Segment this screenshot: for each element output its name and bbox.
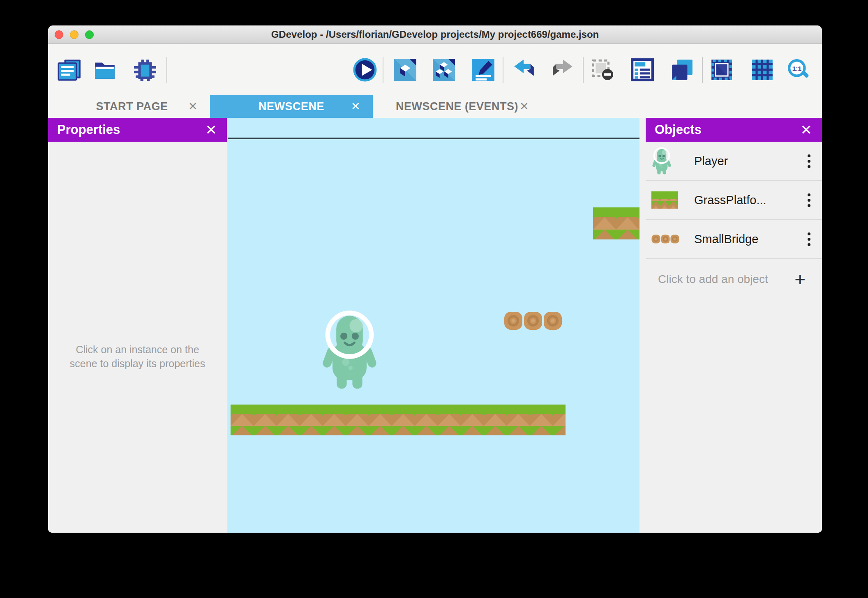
add-object-label[interactable]: Click to add an object (658, 273, 794, 286)
mask-icon (710, 58, 734, 82)
tab-newscene-events[interactable]: NEWSCENE (EVENTS) ✕ (373, 95, 541, 118)
grass-platform-instance-bottom[interactable] (231, 405, 566, 435)
close-window-button[interactable] (55, 30, 63, 39)
instances-list-icon (630, 58, 654, 82)
properties-panel-title: Properties (57, 122, 120, 137)
zoom-level-text: 1:1 (792, 65, 802, 72)
toolbar-separator (583, 57, 584, 83)
tab-label: NEWSCENE (259, 100, 324, 113)
object-name: Player (691, 154, 796, 168)
object-name: GrassPlatfo... (691, 193, 796, 207)
object-menu-kebab-icon[interactable] (796, 154, 822, 168)
object-menu-kebab-icon[interactable] (796, 193, 822, 207)
properties-hint: Click on an instance on the scene to dis… (62, 343, 214, 371)
log-sprite (504, 311, 523, 330)
object-row-player[interactable]: Player (646, 142, 822, 181)
mask-window-button[interactable] (710, 58, 734, 82)
close-icon[interactable]: ✕ (801, 123, 813, 137)
edit-pencil-icon (471, 58, 495, 82)
tab-close-icon[interactable]: ✕ (351, 101, 360, 112)
tab-bar: START PAGE ✕ NEWSCENE ✕ NEWSCENE (EVENTS… (48, 95, 822, 118)
window-title: GDevelop - /Users/florian/GDevelop proje… (271, 29, 599, 40)
undo-icon (512, 58, 536, 82)
play-icon (353, 58, 377, 82)
zoom-window-button[interactable] (85, 30, 94, 39)
log-thumb-icon (670, 235, 679, 244)
tab-close-icon[interactable]: ✕ (519, 101, 529, 112)
scene-window-border (228, 138, 639, 139)
player-thumbnail (651, 147, 691, 175)
titlebar: GDevelop - /Users/florian/GDevelop proje… (48, 25, 822, 44)
grass-platform-sprite (593, 207, 639, 239)
player-thumb-icon (651, 147, 672, 175)
properties-panel-header: Properties ✕ (48, 118, 227, 142)
grid-button[interactable] (750, 58, 774, 82)
objects-panel-header: Objects ✕ (646, 118, 822, 142)
tab-label: NEWSCENE (EVENTS) (396, 100, 518, 113)
close-icon[interactable]: ✕ (205, 123, 217, 137)
object-row-smallbridge[interactable]: SmallBridge (646, 220, 822, 259)
toolbar: 1:1 (48, 44, 822, 95)
object-name: SmallBridge (691, 232, 796, 246)
debugger-button[interactable] (132, 58, 158, 82)
delete-instances-button[interactable] (591, 58, 614, 82)
scene-canvas[interactable] (228, 118, 639, 533)
properties-panel: Properties ✕ Click on an instance on the… (48, 118, 228, 533)
bug-icon (132, 58, 158, 82)
redo-icon (551, 58, 575, 82)
open-project-button[interactable] (92, 58, 118, 82)
traffic-lights (55, 30, 94, 39)
toolbar-separator (503, 57, 503, 83)
edit-scene-properties-button[interactable] (471, 58, 495, 82)
delete-selection-icon (591, 58, 614, 82)
log-thumb-icon (661, 235, 670, 244)
main-content: Properties ✕ Click on an instance on the… (48, 118, 822, 533)
log-sprite (524, 311, 542, 330)
redo-button[interactable] (551, 58, 575, 82)
tab-label: START PAGE (96, 100, 168, 113)
project-manager-icon (54, 58, 85, 82)
tab-close-icon[interactable]: ✕ (188, 101, 198, 112)
open-folder-icon (92, 58, 118, 82)
log-sprite (543, 311, 562, 330)
play-scene-button[interactable] (353, 58, 377, 82)
grass-platform-instance-top-right[interactable] (593, 207, 639, 239)
add-object-button[interactable] (393, 58, 417, 82)
grass-platform-sprite (231, 405, 566, 435)
small-bridge-thumbnail (651, 235, 691, 244)
objects-groups-icon (432, 58, 456, 82)
grass-platform-thumb-icon (651, 191, 678, 209)
add-object-plus-icon[interactable]: + (794, 270, 806, 289)
player-instance[interactable] (320, 310, 379, 391)
grid-icon (750, 58, 774, 82)
zoom-1-1-button[interactable]: 1:1 (787, 58, 810, 82)
layers-button[interactable] (670, 58, 694, 82)
toolbar-separator (166, 57, 167, 83)
project-manager-button[interactable] (54, 58, 85, 82)
objects-groups-button[interactable] (432, 58, 456, 82)
toolbar-separator (383, 57, 383, 83)
object-row-grassplatform[interactable]: GrassPlatfo... (646, 181, 822, 220)
tab-newscene[interactable]: NEWSCENE ✕ (210, 95, 373, 118)
small-bridge-instance[interactable] (504, 311, 562, 330)
objects-panel-title: Objects (655, 122, 702, 137)
instances-list-button[interactable] (630, 58, 654, 82)
grass-platform-thumbnail (651, 191, 691, 209)
object-cube-icon (393, 58, 417, 82)
objects-panel: Objects ✕ Player (646, 118, 822, 533)
player-sprite (320, 310, 379, 391)
undo-button[interactable] (512, 58, 536, 82)
zoom-1-1-icon: 1:1 (787, 58, 810, 82)
app-window: GDevelop - /Users/florian/GDevelop proje… (48, 25, 822, 533)
minimize-window-button[interactable] (70, 30, 78, 39)
tab-start-page[interactable]: START PAGE ✕ (54, 95, 210, 118)
object-menu-kebab-icon[interactable] (796, 232, 822, 246)
log-thumb-icon (651, 235, 660, 244)
layers-icon (670, 58, 694, 82)
add-object-row: Click to add an object + (646, 259, 822, 300)
toolbar-separator (702, 57, 703, 83)
